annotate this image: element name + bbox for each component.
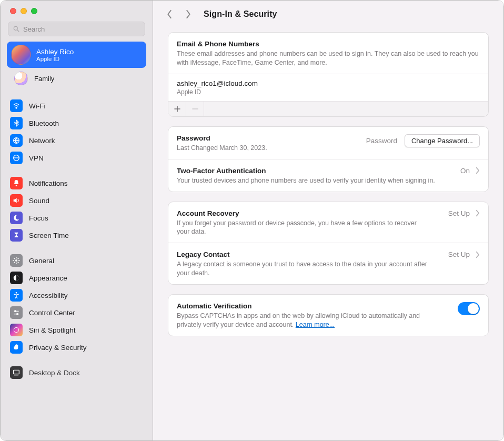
avatar xyxy=(11,45,31,65)
sidebar-item-controlcenter[interactable]: Control Center xyxy=(7,304,146,321)
email-phone-card: Email & Phone Numbers These email addres… xyxy=(168,32,489,117)
autoverify-toggle[interactable] xyxy=(458,302,480,315)
account-sub: Apple ID xyxy=(36,56,74,62)
sidebar-item-label: Privacy & Security xyxy=(29,344,87,352)
sidebar-item-label: Network xyxy=(29,137,55,145)
content: Email & Phone Numbers These email addres… xyxy=(153,28,503,440)
twofa-title: Two-Factor Authentication xyxy=(177,167,480,175)
svg-point-10 xyxy=(15,310,16,312)
siri-icon xyxy=(10,324,23,336)
recovery-title: Account Recovery xyxy=(177,209,480,217)
sidebar-item-label: Appearance xyxy=(29,274,67,282)
recovery-card: Account Recovery If you forget your pass… xyxy=(168,202,489,285)
sidebar-account[interactable]: Ashley Rico Apple ID xyxy=(7,42,146,68)
dock-icon xyxy=(10,366,23,379)
password-card: Password Last Changed March 30, 2023. Pa… xyxy=(168,126,489,192)
sidebar-item-label: Sound xyxy=(29,197,49,205)
email-row[interactable]: ashley_rico1@icloud.com Apple ID xyxy=(168,74,488,101)
sidebar-item-label: Notifications xyxy=(29,179,68,187)
speaker-icon xyxy=(10,194,23,207)
sidebar-item-vpn[interactable]: VPN xyxy=(7,149,146,166)
gear-icon xyxy=(10,254,23,267)
sidebar-item-sound[interactable]: Sound xyxy=(7,192,146,209)
autoverify-title: Automatic Verification xyxy=(177,302,480,310)
sidebar-item-desktop[interactable]: Desktop & Dock xyxy=(7,364,146,381)
recovery-desc: If you forget your password or device pa… xyxy=(177,219,429,237)
wifi-icon xyxy=(10,99,23,112)
autoverify-card: Automatic Verification Bypass CAPTCHAs i… xyxy=(168,294,489,336)
sidebar-item-general[interactable]: General xyxy=(7,252,146,269)
twofa-status: On xyxy=(460,167,470,175)
sidebar-item-label: Bluetooth xyxy=(29,119,59,127)
sidebar-item-label: General xyxy=(29,257,54,265)
sidebar-item-label: Screen Time xyxy=(29,232,69,239)
sidebar-item-appearance[interactable]: Appearance xyxy=(7,269,146,286)
svg-point-0 xyxy=(14,26,17,30)
svg-point-5 xyxy=(16,185,17,186)
hand-icon xyxy=(10,341,23,354)
recovery-status: Set Up xyxy=(448,209,470,217)
sidebar-item-wifi[interactable]: Wi-Fi xyxy=(7,97,146,114)
password-row: Password Last Changed March 30, 2023. Pa… xyxy=(168,127,488,159)
bell-icon xyxy=(10,177,23,189)
forward-button[interactable] xyxy=(183,8,194,20)
toolbar: Sign-In & Security xyxy=(153,1,503,28)
sidebar-item-label: Wi-Fi xyxy=(29,102,45,110)
svg-point-13 xyxy=(14,327,18,332)
recovery-row[interactable]: Account Recovery If you forget your pass… xyxy=(168,202,488,243)
window-controls xyxy=(1,1,153,19)
email-phone-title: Email & Phone Numbers xyxy=(177,40,480,48)
twofa-row[interactable]: Two-Factor Authentication Your trusted d… xyxy=(168,159,488,192)
autoverify-row: Automatic Verification Bypass CAPTCHAs i… xyxy=(168,295,488,336)
svg-line-1 xyxy=(17,30,19,32)
accessibility-icon xyxy=(10,289,23,302)
sidebar-item-label: Control Center xyxy=(29,309,75,317)
family-icon xyxy=(14,72,28,85)
account-name: Ashley Rico xyxy=(36,48,74,56)
close-window-button[interactable] xyxy=(10,8,16,14)
email-phone-desc: These email addresses and phone numbers … xyxy=(177,49,480,67)
sidebar-item-focus[interactable]: Focus xyxy=(7,209,146,226)
learn-more-link[interactable]: Learn more... xyxy=(296,321,335,328)
search-input[interactable]: Search xyxy=(8,22,145,36)
email-sub: Apple ID xyxy=(177,88,480,96)
twofa-desc: Your trusted devices and phone numbers a… xyxy=(177,176,440,185)
remove-email-button[interactable] xyxy=(186,102,204,116)
moon-icon xyxy=(10,212,23,224)
chevron-right-icon xyxy=(475,209,480,217)
legacy-row[interactable]: Legacy Contact A legacy contact is someo… xyxy=(168,243,488,284)
sidebar-item-label: Desktop & Dock xyxy=(29,369,80,377)
sidebar-item-accessibility[interactable]: Accessibility xyxy=(7,287,146,304)
change-password-button[interactable]: Change Password... xyxy=(405,134,480,147)
sidebar-item-label: Accessibility xyxy=(29,292,68,299)
hourglass-icon xyxy=(10,229,23,242)
password-label: Password xyxy=(366,137,397,145)
fullscreen-window-button[interactable] xyxy=(31,8,37,14)
settings-window: Search Ashley Rico Apple ID Family Wi-Fi xyxy=(0,0,504,441)
email-toolbar xyxy=(168,101,488,116)
sidebar-item-siri[interactable]: Siri & Spotlight xyxy=(7,322,146,338)
legacy-status: Set Up xyxy=(448,250,470,258)
sidebar-family[interactable]: Family xyxy=(7,69,146,89)
sidebar-item-network[interactable]: Network xyxy=(7,132,146,149)
svg-point-12 xyxy=(17,313,18,315)
chevron-right-icon xyxy=(475,167,480,174)
back-button[interactable] xyxy=(164,8,175,20)
legacy-desc: A legacy contact is someone you trust to… xyxy=(177,260,429,278)
svg-rect-14 xyxy=(14,370,19,374)
sidebar-item-bluetooth[interactable]: Bluetooth xyxy=(7,115,146,132)
svg-point-2 xyxy=(16,107,17,108)
email-value: ashley_rico1@icloud.com xyxy=(177,79,480,87)
network-icon xyxy=(10,134,23,147)
minimize-window-button[interactable] xyxy=(21,8,27,14)
search-icon xyxy=(13,25,20,33)
sidebar-item-screentime[interactable]: Screen Time xyxy=(7,227,146,244)
sliders-icon xyxy=(10,306,23,319)
add-email-button[interactable] xyxy=(168,102,186,116)
sidebar-item-label: VPN xyxy=(29,154,44,162)
sidebar-item-label: Siri & Spotlight xyxy=(29,326,76,334)
sidebar-item-notifications[interactable]: Notifications xyxy=(7,175,146,192)
family-label: Family xyxy=(34,75,54,83)
sidebar-item-privacy[interactable]: Privacy & Security xyxy=(7,339,146,356)
search-placeholder: Search xyxy=(23,25,45,33)
